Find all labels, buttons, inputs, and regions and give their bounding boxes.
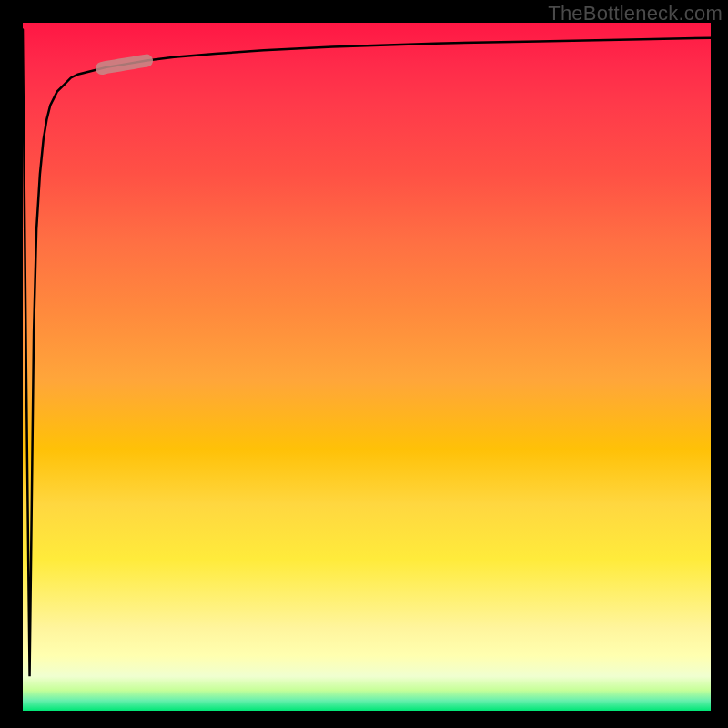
plot-area: [23, 23, 711, 711]
watermark-label: TheBottleneck.com: [548, 2, 723, 25]
chart-container: TheBottleneck.com: [0, 0, 728, 728]
